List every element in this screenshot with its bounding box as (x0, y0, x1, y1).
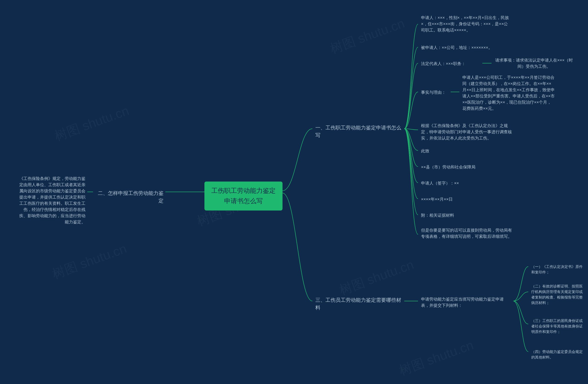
b1-legalrep-detail: 请求事项：请求依法认定申请人在×××（时间）受伤为工伤。 (493, 56, 575, 71)
root-label: 工伤职工劳动能力鉴定申请书怎么写 (211, 187, 276, 205)
b1-date: ××××年××月××日 (419, 195, 511, 203)
b1-facts: 事实与理由： (419, 88, 451, 97)
b3-m4: （四）劳动能力鉴定委员会规定的其他材料。 (529, 348, 585, 361)
mindmap-container: 树图 shutu.cn 树图 shutu.cn 树图 shutu.cn 树图 s… (0, 0, 588, 384)
branch-1-label: 一、工伤职工劳动能力鉴定申请书怎么写 (315, 125, 401, 138)
branch-2-label: 二、怎样申报工伤劳动能力鉴定 (98, 190, 164, 204)
watermark: 树图 shutu.cn (328, 15, 407, 58)
b1-facts-detail: 申请人是×××公司职工，于××××年××月签订劳动合同（建立劳动关系），在××岗… (461, 74, 557, 113)
b3-m2: （二）有效的诊断证明、按照医疗机构病历管理有关规定复印或者复制的检查、检验报告等… (529, 283, 585, 307)
b1-bureau: ××县（市）劳动和社会保障局 (419, 163, 511, 171)
watermark: 树图 shutu.cn (50, 240, 129, 283)
watermark: 树图 shutu.cn (337, 256, 416, 299)
root-node[interactable]: 工伤职工劳动能力鉴定申请书怎么写 (204, 182, 283, 211)
b3-m3: （三）工伤职工的居民身份证或者社会保障卡等其他有效身份证明原件和复印件； (529, 317, 585, 336)
branch-1[interactable]: 一、工伤职工劳动能力鉴定申请书怎么写 (314, 123, 403, 140)
b1-attach: 附：相关证据材料 (419, 212, 511, 219)
branch-3[interactable]: 三、工伤员工劳动能力鉴定需要哪些材料 (314, 295, 403, 312)
branch-2[interactable]: 二、怎样申报工伤劳动能力鉴定 (94, 189, 165, 205)
watermark: 树图 shutu.cn (397, 336, 476, 379)
b1-signer: 申请人（签字）：×× (419, 179, 511, 187)
b1-legalrep: 法定代表人：×××职务： (419, 60, 482, 68)
b3-m1: （一）《工伤认定决定书》原件和复印件； (529, 263, 585, 276)
branch-2-detail: 《工伤保险条例》规定，劳动能力鉴定由用人单位、工伤职工或者其近亲属向设区的市级劳… (14, 175, 87, 226)
branch-3-label: 三、工伤员工劳动能力鉴定需要哪些材料 (315, 297, 401, 310)
b1-note: 但是你要是要写的话可以直接到劳动局，劳动局有专项表格，有详细填写说明，可索取后详… (419, 226, 516, 241)
watermark: 树图 shutu.cn (52, 102, 131, 145)
b1-basis: 根据《工伤保险条例》及《工伤认定办法》之规定，特申请劳动部门对申请人受伤一事进行… (419, 122, 516, 142)
b3-intro: 申请劳动能力鉴定应当填写劳动能力鉴定申请表，并提交下列材料： (419, 295, 513, 310)
b1-closing: 此致 (419, 147, 511, 155)
b1-respondent: 被申请人：××公司，地址：×××××××。 (419, 44, 511, 52)
b1-applicant: 申请人：×××，性别×，××年××月×日出生，民族×，住×××市×××街，身份证… (419, 14, 511, 34)
